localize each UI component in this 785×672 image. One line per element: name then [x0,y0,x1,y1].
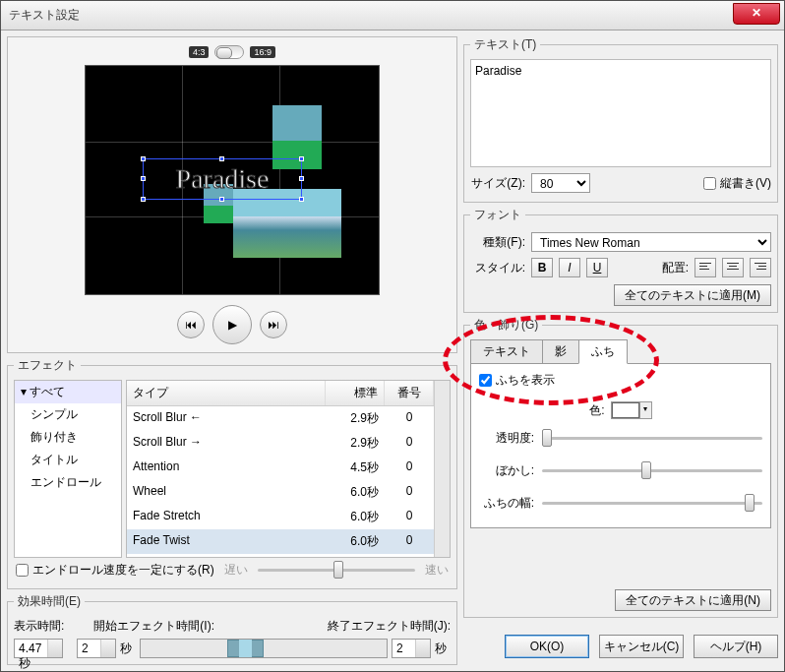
tree-item[interactable]: タイトル [15,449,121,471]
effect-legend: エフェクト [14,357,81,374]
blur-slider[interactable] [542,469,762,472]
aspect-4-3-badge[interactable]: 4:3 [189,46,210,58]
preview-stage[interactable]: Paradise [85,65,380,295]
col-num[interactable]: 番号 [385,381,434,405]
titlebar[interactable]: テキスト設定 ✕ [1,1,784,31]
play-button[interactable]: ▶ [212,305,252,344]
duration-legend: 効果時間(E) [14,593,85,610]
apply-font-all-button[interactable]: 全てのテキストに適用(M) [614,284,771,306]
close-button[interactable]: ✕ [733,3,780,25]
tab-shadow[interactable]: 影 [542,339,579,364]
effect-row[interactable]: Scroll Blur ←2.9秒0 [127,406,434,431]
effect-row[interactable]: Attention4.5秒0 [127,456,434,480]
text-bounding-box[interactable]: Paradise [143,158,302,200]
dialog-window: テキスト設定 ✕ 4:3 16:9 Paradise [0,0,785,672]
effect-category-tree[interactable]: ▾ すべてシンプル飾り付きタイトルエンドロール [14,380,122,558]
size-select[interactable]: 80 [531,173,590,193]
show-border-checkbox[interactable]: ふちを表示 [479,373,555,387]
sec-label-2: 秒 [431,641,451,657]
end-effect-label: 終了エフェクト時間(J): [328,618,451,635]
tree-item[interactable]: ▾ すべて [15,381,121,403]
text-fieldset: テキスト(T) サイズ(Z): 80 縦書き(V) [463,36,778,203]
border-width-label: ふちの幅: [479,495,534,512]
fast-label: 速い [425,562,449,579]
end-effect-spinner[interactable]: 2 [392,639,431,658]
start-effect-label: 開始エフェクト時間(I): [93,618,214,635]
apply-color-all-button[interactable]: 全てのテキストに適用(N) [615,589,771,611]
align-right-button[interactable] [750,258,771,277]
font-legend: フォント [470,207,525,223]
vertical-checkbox[interactable]: 縦書き(V) [703,175,771,192]
font-select[interactable]: Times New Roman [531,232,771,252]
color-legend: 色・飾り(G) [470,317,542,334]
bold-button[interactable]: B [531,258,553,277]
size-label: サイズ(Z): [470,175,525,192]
effect-row[interactable]: Scroll Blur →2.9秒0 [127,431,434,456]
align-center-button[interactable] [722,258,744,277]
next-button[interactable]: ⏭ [260,311,287,338]
font-type-label: 種類(F): [470,234,525,251]
border-width-slider[interactable] [542,502,762,505]
preview-text: Paradise [176,163,270,195]
underline-button[interactable]: U [586,258,608,277]
speed-slider[interactable] [258,569,415,572]
duration-fieldset: 効果時間(E) 表示時間: 開始エフェクト時間(I): 終了エフェクト時間(J)… [7,593,457,665]
align-left-button[interactable] [694,258,716,277]
tree-item[interactable]: 飾り付き [15,426,121,449]
endroll-constant-checkbox[interactable]: エンドロール速度を一定にする(R) [16,562,214,579]
tree-item[interactable]: エンドロール [15,471,121,494]
aspect-16-9-badge[interactable]: 16:9 [250,46,275,58]
window-title: テキスト設定 [9,7,733,24]
sec-label-1: 秒 [116,641,136,657]
scrollbar[interactable] [434,381,450,557]
cancel-button[interactable]: キャンセル(C) [599,635,684,658]
aspect-toggle[interactable] [214,45,244,59]
start-effect-spinner[interactable]: 2 [77,639,116,658]
text-input[interactable] [470,59,771,167]
help-button[interactable]: ヘルプ(H) [694,635,778,658]
slow-label: 遅い [224,562,248,579]
preview-panel: 4:3 16:9 Paradise [7,36,457,353]
font-fieldset: フォント 種類(F): Times New Roman スタイル: B I U … [463,207,778,313]
style-label: スタイル: [470,260,525,276]
display-time-label: 表示時間: [14,618,64,635]
effect-list[interactable]: タイプ 標準 番号 Scroll Blur ←2.9秒0Scroll Blur … [126,380,451,558]
prev-button[interactable]: ⏮ [177,311,205,338]
ok-button[interactable]: OK(O) [505,635,589,658]
color-fieldset: 色・飾り(G) テキスト 影 ふち ふちを表示 色: ▾ [463,317,778,618]
opacity-label: 透明度: [479,430,534,447]
effect-row[interactable]: Fade Twist6.0秒0 [127,529,434,554]
italic-button[interactable]: I [559,258,580,277]
effect-row[interactable]: Wheel6.0秒0 [127,480,434,505]
text-legend: テキスト(T) [470,36,540,53]
display-time-spinner[interactable]: 4.47秒 [14,639,63,658]
effect-fieldset: エフェクト ▾ すべてシンプル飾り付きタイトルエンドロール タイプ 標準 番号 [7,357,457,589]
col-std[interactable]: 標準 [326,381,385,405]
tab-border[interactable]: ふち [578,339,628,364]
blur-label: ぼかし: [479,462,534,479]
color-label: 色: [589,402,604,419]
col-type[interactable]: タイプ [127,381,326,405]
timeline[interactable] [140,639,388,658]
opacity-slider[interactable] [542,437,762,440]
tree-item[interactable]: シンプル [15,403,121,426]
tab-text[interactable]: テキスト [470,339,543,364]
color-picker[interactable]: ▾ [611,401,652,419]
align-label: 配置: [662,260,689,276]
effect-row[interactable]: Fade Stretch6.0秒0 [127,505,434,529]
